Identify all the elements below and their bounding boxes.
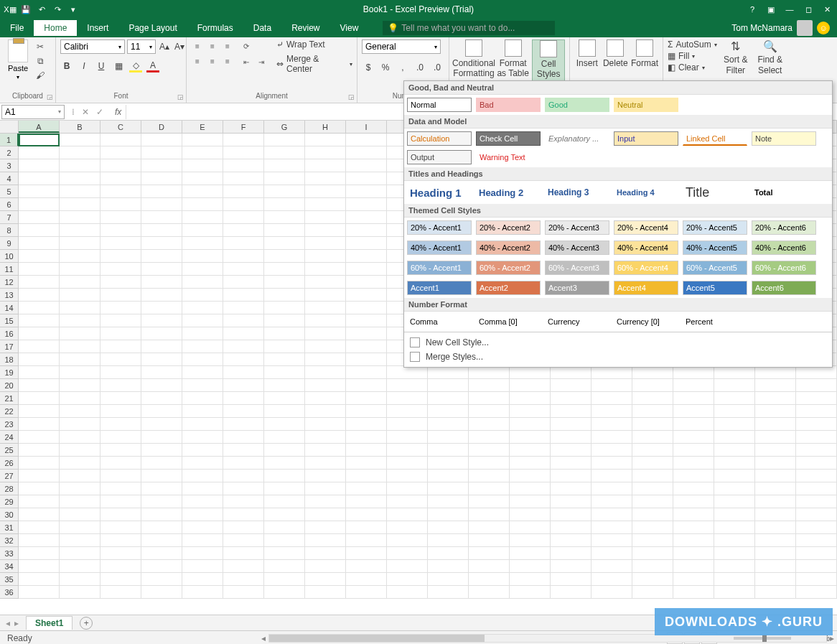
cell[interactable] <box>796 392 837 405</box>
cell[interactable] <box>305 314 346 327</box>
cell[interactable] <box>796 379 837 392</box>
style-item[interactable]: Accent5 <box>683 281 747 295</box>
cell[interactable] <box>141 263 182 276</box>
cell[interactable] <box>264 457 305 470</box>
cell[interactable] <box>264 431 305 444</box>
cell[interactable] <box>141 302 182 314</box>
cell[interactable] <box>346 547 387 560</box>
namebox-dropdown-icon[interactable]: ⁞ <box>72 107 75 117</box>
cell[interactable] <box>60 276 100 289</box>
cell[interactable] <box>223 366 264 379</box>
cell[interactable] <box>60 444 100 457</box>
cell[interactable] <box>346 482 387 495</box>
cell[interactable] <box>264 547 305 560</box>
cell[interactable] <box>19 224 60 237</box>
column-header[interactable]: B <box>60 121 100 133</box>
row-header[interactable]: 6 <box>0 198 19 211</box>
cell[interactable] <box>510 418 551 431</box>
cell[interactable] <box>19 457 60 470</box>
cell[interactable] <box>19 482 60 495</box>
cell[interactable] <box>223 327 264 340</box>
wrap-text-button[interactable]: ⤶Wrap Text <box>276 39 352 50</box>
alignment-launcher-icon[interactable]: ◲ <box>347 93 355 101</box>
cell[interactable] <box>182 224 223 237</box>
cell[interactable] <box>100 237 141 250</box>
cell[interactable] <box>19 172 60 185</box>
cell[interactable] <box>632 521 673 534</box>
new-cell-style-item[interactable]: New Cell Style... <box>410 335 826 350</box>
cell[interactable] <box>264 302 305 314</box>
cell[interactable] <box>346 146 387 159</box>
cell[interactable] <box>60 327 100 340</box>
cell[interactable] <box>714 586 755 599</box>
cell[interactable] <box>19 392 60 405</box>
tab-view[interactable]: View <box>330 20 369 36</box>
cell[interactable] <box>60 185 100 198</box>
cell[interactable] <box>469 508 510 521</box>
fx-label[interactable]: fx <box>111 107 126 117</box>
cell[interactable] <box>305 573 346 586</box>
cell[interactable] <box>182 482 223 495</box>
cell[interactable] <box>19 327 60 340</box>
cell[interactable] <box>223 276 264 289</box>
cell[interactable] <box>346 159 387 172</box>
cell[interactable] <box>264 224 305 237</box>
cell[interactable] <box>510 379 551 392</box>
zoom-slider[interactable] <box>734 637 791 640</box>
cell[interactable] <box>346 560 387 573</box>
cell[interactable] <box>223 289 264 302</box>
cell[interactable] <box>100 327 141 340</box>
cell[interactable] <box>673 521 714 534</box>
style-item[interactable]: Accent1 <box>407 281 472 295</box>
cell[interactable] <box>387 495 428 508</box>
cell[interactable] <box>141 392 182 405</box>
cell[interactable] <box>387 470 428 482</box>
cell[interactable] <box>223 340 264 353</box>
cell[interactable] <box>141 172 182 185</box>
cell[interactable] <box>673 379 714 392</box>
cell[interactable] <box>591 482 632 495</box>
cell[interactable] <box>632 547 673 560</box>
find-select-button[interactable]: 🔍Find & Select <box>754 39 786 75</box>
cell[interactable] <box>305 457 346 470</box>
cell[interactable] <box>510 586 551 599</box>
cell[interactable] <box>346 405 387 418</box>
style-item[interactable]: 60% - Accent2 <box>476 261 541 275</box>
row-header[interactable]: 31 <box>0 521 19 534</box>
cell[interactable] <box>19 314 60 327</box>
cell[interactable] <box>551 418 591 431</box>
cell[interactable] <box>182 340 223 353</box>
fill-button[interactable]: ▦Fill▾ <box>668 51 717 61</box>
style-item[interactable]: Check Cell <box>476 131 541 146</box>
cell[interactable] <box>551 573 591 586</box>
cell[interactable] <box>346 302 387 314</box>
style-item[interactable]: 20% - Accent5 <box>683 220 747 235</box>
cell[interactable] <box>223 172 264 185</box>
sheet-tab[interactable]: Sheet1 <box>26 616 73 630</box>
merge-styles-item[interactable]: Merge Styles... <box>410 350 826 364</box>
cell[interactable] <box>673 392 714 405</box>
style-item[interactable]: 60% - Accent6 <box>752 261 816 275</box>
cell[interactable] <box>305 521 346 534</box>
decrease-indent-icon[interactable]: ⇤ <box>240 55 253 68</box>
cell[interactable] <box>141 521 182 534</box>
cell[interactable] <box>223 508 264 521</box>
cell[interactable] <box>346 353 387 366</box>
cell[interactable] <box>673 547 714 560</box>
cell[interactable] <box>469 495 510 508</box>
row-header[interactable]: 8 <box>0 224 19 237</box>
tab-insert[interactable]: Insert <box>77 20 118 36</box>
cell[interactable] <box>632 457 673 470</box>
cell[interactable] <box>510 457 551 470</box>
cell[interactable] <box>755 366 796 379</box>
cell[interactable] <box>182 172 223 185</box>
style-item[interactable]: 20% - Accent6 <box>752 220 816 235</box>
cell[interactable] <box>796 586 837 599</box>
style-item[interactable]: 60% - Accent5 <box>683 261 747 275</box>
row-header[interactable]: 12 <box>0 276 19 289</box>
cell[interactable] <box>387 521 428 534</box>
cell[interactable] <box>60 457 100 470</box>
cell[interactable] <box>19 379 60 392</box>
cell[interactable] <box>223 457 264 470</box>
cell[interactable] <box>141 444 182 457</box>
